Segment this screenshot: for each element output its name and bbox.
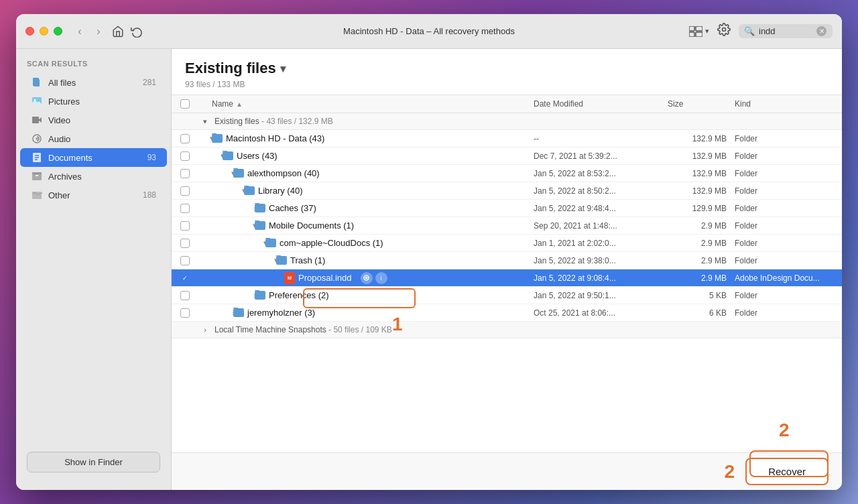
row-checkbox-6[interactable] [180, 239, 190, 248]
row-checkbox-4[interactable] [180, 204, 190, 213]
show-in-finder-button[interactable]: Show in Finder [27, 452, 160, 472]
row-size-3: 132.9 MB [668, 186, 735, 196]
row-kind-6: Folder [735, 239, 842, 248]
row-date-0: -- [534, 134, 668, 143]
section-local-time-machine: › Local Time Machine Snapshots - 50 file… [172, 322, 842, 338]
settings-button[interactable] [717, 23, 731, 40]
row-expand-5[interactable]: ▾ [198, 221, 255, 230]
back-button[interactable]: ‹ [73, 25, 86, 38]
nav-buttons: ‹ › [73, 25, 105, 38]
folder-icon [255, 221, 265, 230]
video-icon [31, 114, 43, 126]
file-area-title-chevron[interactable]: ▾ [280, 62, 286, 75]
close-button[interactable] [25, 27, 34, 36]
row-date-9: Jan 5, 2022 at 9:50:1... [534, 291, 668, 300]
folder-icon [255, 204, 265, 212]
row-name-4: Caches (37) [255, 203, 534, 213]
sidebar-item-pictures[interactable]: Pictures [20, 92, 167, 111]
row-checkbox-10[interactable] [180, 308, 190, 318]
row-size-0: 132.9 MB [668, 134, 735, 143]
table-row[interactable]: ▾ Macintosh HD - Data (43) -- 132.9 MB F… [172, 130, 842, 147]
row-name-3: Library (40) [244, 186, 534, 196]
row-expand-9[interactable]: › [198, 292, 255, 300]
row-expand-6[interactable]: ▾ [198, 239, 265, 247]
table-row[interactable]: ▾ Mobile Documents (1) Sep 20, 2021 at 1… [172, 217, 842, 235]
search-input[interactable] [759, 26, 812, 36]
row-checkbox-0[interactable] [180, 134, 190, 143]
svg-point-20 [365, 277, 368, 279]
maximize-button[interactable] [54, 27, 62, 36]
sidebar-item-documents[interactable]: Documents 93 [20, 148, 167, 167]
row-name-8: Id Proposal.indd i [284, 272, 534, 284]
name-sort-arrow: ▲ [236, 101, 243, 108]
minimize-button[interactable] [40, 27, 48, 36]
recover-button[interactable]: Recover [745, 458, 829, 485]
row-checkbox-2[interactable] [180, 169, 190, 178]
home-button[interactable] [111, 24, 125, 39]
search-clear-button[interactable]: ✕ [816, 26, 826, 36]
section-existing-files-expand[interactable]: ▾ [198, 117, 212, 126]
sidebar-item-all-files[interactable]: All files 281 [20, 73, 167, 92]
svg-rect-3 [696, 32, 702, 37]
row-kind-2: Folder [735, 169, 842, 178]
svg-point-10 [36, 138, 38, 140]
row-kind-3: Folder [735, 186, 842, 196]
sidebar-item-archives[interactable]: Archives [20, 167, 167, 186]
sidebar-item-other[interactable]: Other 188 [20, 186, 167, 204]
folder-icon [244, 186, 255, 195]
table-row[interactable]: › Preferences (2) Jan 5, 2022 at 9:50:1.… [172, 287, 842, 304]
row-expand-2[interactable]: ▾ [198, 169, 233, 178]
preview-icon[interactable] [361, 272, 373, 284]
app-window: ‹ › Macintosh HD - Data – All recovery m… [16, 14, 842, 490]
file-area: Existing files ▾ 93 files / 133 MB Name … [172, 49, 842, 490]
indd-icon: Id [284, 272, 295, 284]
row-expand-0[interactable]: ▾ [198, 134, 212, 143]
titlebar: ‹ › Macintosh HD - Data – All recovery m… [16, 14, 842, 49]
selected-file-row[interactable]: Id Proposal.indd i Jan 5, 2022 at 9:08:4… [172, 269, 842, 287]
row-size-5: 2.9 MB [668, 221, 735, 231]
row-checkbox-8[interactable] [180, 273, 190, 283]
sidebar-item-video[interactable]: Video [20, 111, 167, 129]
table-row[interactable]: ▾ Trash (1) Jan 5, 2022 at 9:38:0... 2.9… [172, 252, 842, 269]
table-row[interactable]: ▾ alexthompson (40) Jan 5, 2022 at 8:53:… [172, 165, 842, 182]
history-button[interactable] [129, 24, 144, 39]
row-date-2: Jan 5, 2022 at 8:53:2... [534, 169, 668, 178]
svg-rect-16 [32, 172, 42, 174]
table-row[interactable]: ▾ Library (40) Jan 5, 2022 at 8:50:2... … [172, 182, 842, 200]
view-toggle-button[interactable]: ▾ [689, 26, 709, 37]
row-expand-7[interactable]: ▾ [198, 256, 276, 265]
annotation-number-2: 2 [725, 461, 735, 483]
row-expand-3[interactable]: ▾ [198, 186, 244, 195]
svg-rect-8 [32, 117, 39, 123]
col-kind-header: Kind [735, 99, 842, 109]
col-size-header: Size [668, 99, 735, 109]
row-checkbox-1[interactable] [180, 151, 190, 161]
row-name-0: Macintosh HD - Data (43) [212, 133, 534, 143]
row-checkbox-9[interactable] [180, 291, 190, 300]
row-expand-1[interactable]: ▾ [198, 151, 223, 160]
section-ltm-expand[interactable]: › [198, 326, 212, 334]
row-kind-8: Adobe InDesign Docu... [735, 273, 842, 283]
table-row[interactable]: › Caches (37) Jan 5, 2022 at 9:48:4... 1… [172, 200, 842, 217]
header-checkbox[interactable] [180, 99, 190, 109]
row-checkbox-5[interactable] [180, 221, 190, 231]
file-header: Existing files ▾ 93 files / 133 MB [172, 49, 842, 95]
audio-icon [31, 133, 43, 145]
pictures-label: Pictures [48, 97, 151, 107]
table-row[interactable]: ▾ Users (43) Dec 7, 2021 at 5:39:2... 13… [172, 147, 842, 165]
row-checkbox-3[interactable] [180, 186, 190, 196]
col-name-header[interactable]: Name ▲ [212, 99, 534, 109]
file-area-title: Existing files [185, 60, 276, 77]
documents-count: 93 [147, 153, 156, 162]
sidebar-item-audio[interactable]: Audio [20, 129, 167, 148]
table-row[interactable]: ▾ com~apple~CloudDocs (1) Jan 1, 2021 at… [172, 235, 842, 252]
svg-rect-15 [32, 174, 42, 180]
row-expand-10[interactable]: › [198, 309, 233, 317]
forward-button[interactable]: › [92, 25, 105, 38]
table-row[interactable]: › jeremyholzner (3) Oct 25, 2021 at 8:06… [172, 304, 842, 322]
info-icon[interactable]: i [375, 272, 387, 284]
archives-icon [31, 170, 43, 182]
row-size-1: 132.9 MB [668, 151, 735, 161]
row-checkbox-7[interactable] [180, 256, 190, 265]
row-expand-4[interactable]: › [198, 204, 255, 212]
